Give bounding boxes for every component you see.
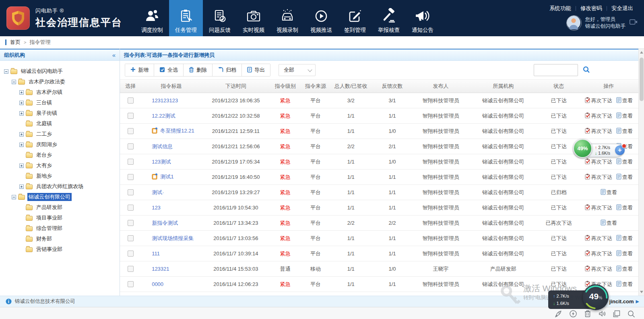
view-button[interactable]: 查看 <box>616 281 633 288</box>
redispatch-button[interactable]: 再次下达 <box>585 158 612 166</box>
tree-expander-icon[interactable] <box>19 143 24 147</box>
command-title-link[interactable]: 测试1 <box>160 174 173 180</box>
memory-ball[interactable]: 49% <box>573 139 592 158</box>
command-title-link[interactable]: 新指令测试 <box>152 220 178 226</box>
tree-item[interactable]: 庆阳湖乡 <box>2 139 118 150</box>
tree-expander-icon[interactable] <box>12 80 16 84</box>
tree-item[interactable]: 锦诚云创闪电助手 <box>2 66 118 77</box>
toolbar-button-archive[interactable]: 归档 <box>213 64 242 76</box>
redispatch-button[interactable]: 再次下达 <box>585 112 612 120</box>
tree-item[interactable]: 吉木萨尔镇 <box>2 87 118 97</box>
row-checkbox[interactable] <box>128 189 134 195</box>
view-button[interactable]: 查看 <box>601 220 617 227</box>
command-title-link[interactable]: 123123123 <box>152 97 178 104</box>
nav-item-task-management[interactable]: 任务管理 <box>169 0 203 36</box>
tree-item[interactable]: 大有乡 <box>2 160 118 171</box>
command-title-link[interactable]: 测试现场情报采集 <box>152 235 194 241</box>
redispatch-button[interactable]: 再次下达 <box>585 265 612 273</box>
tree-expander-icon[interactable] <box>19 184 24 189</box>
row-checkbox[interactable] <box>128 143 134 149</box>
row-checkbox[interactable] <box>128 251 134 257</box>
sidebar-collapse-icon[interactable]: « <box>112 52 116 58</box>
tree-expander-icon[interactable] <box>12 195 16 199</box>
command-title-link[interactable]: 123321 <box>152 266 169 272</box>
row-checkbox[interactable] <box>128 205 134 211</box>
view-button[interactable]: 查看 <box>616 158 633 166</box>
tree-item[interactable]: 老台乡 <box>2 150 118 160</box>
redispatch-button[interactable]: 再次下达 <box>585 97 612 104</box>
nav-item-checkin-management[interactable]: 签到管理 <box>338 0 372 36</box>
tree-item[interactable]: 营销事业部 <box>2 244 118 255</box>
row-checkbox[interactable] <box>128 266 134 272</box>
tree-expander-icon[interactable] <box>19 132 24 137</box>
tree-item[interactable]: 二工乡 <box>2 129 118 139</box>
command-title-link[interactable]: 测试· <box>152 189 164 195</box>
view-button[interactable]: 查看 <box>616 112 633 120</box>
search-icon[interactable] <box>624 310 638 318</box>
command-title-link[interactable]: 测试信息 <box>152 143 173 149</box>
top-link-0[interactable]: 系统功能 <box>545 5 576 12</box>
toolbar-button-select-all[interactable]: 全选 <box>154 64 184 76</box>
view-button[interactable]: 查看 <box>616 97 633 104</box>
view-button[interactable]: 查看 <box>616 204 633 211</box>
tree-expander-icon[interactable] <box>19 111 24 116</box>
top-link-2[interactable]: 安全退出 <box>607 5 638 12</box>
search-button[interactable] <box>583 66 590 75</box>
redispatch-button[interactable]: 再次下达 <box>585 128 612 135</box>
toolbar-button-delete[interactable]: 删除 <box>184 64 213 76</box>
toolbar-button-export[interactable]: 导出 <box>242 64 270 76</box>
row-checkbox[interactable] <box>128 235 134 241</box>
row-checkbox[interactable] <box>128 159 134 165</box>
search-input[interactable] <box>534 64 578 76</box>
tree-item[interactable]: 锦诚云创有限公司 <box>2 192 118 202</box>
scrollbar-thumb[interactable] <box>640 58 644 101</box>
accelerator-icon[interactable] <box>566 310 580 318</box>
nav-item-notice[interactable]: 通知公告 <box>406 0 440 36</box>
row-checkbox[interactable] <box>128 113 134 119</box>
user-info[interactable]: 您好，管理员 锦诚云创闪电助手 <box>566 15 638 31</box>
speaker-icon[interactable] <box>595 310 609 318</box>
vertical-scrollbar[interactable] <box>638 49 644 296</box>
tree-item[interactable]: 兵团农六师红旗农场 <box>2 181 118 192</box>
taskbar-percent-ball[interactable]: 49 % <box>583 284 609 310</box>
nav-item-video-record[interactable]: 视频录制 <box>270 0 304 36</box>
view-button[interactable]: 查看 <box>616 174 633 181</box>
redispatch-button[interactable]: 再次下达 <box>585 204 612 211</box>
tree-expander-icon[interactable] <box>19 101 24 105</box>
view-button[interactable]: 查看 <box>616 128 633 135</box>
tree-item[interactable]: 综合管理部 <box>2 223 118 234</box>
command-title-link[interactable]: 12.22测试 <box>152 113 175 119</box>
nav-item-video-push[interactable]: 视频推送 <box>304 0 338 36</box>
nav-item-report-check[interactable]: 举报核查 <box>372 0 406 36</box>
window-icon[interactable] <box>609 310 624 317</box>
row-checkbox[interactable] <box>128 174 134 180</box>
scrollbar-down-arrow-icon[interactable] <box>640 291 643 293</box>
tree-item[interactable]: 新地乡 <box>2 171 118 181</box>
tree-expander-icon[interactable] <box>4 69 8 74</box>
redispatch-button[interactable]: 再次下达 <box>585 250 612 257</box>
row-checkbox[interactable] <box>128 220 134 226</box>
toolbar-button-plus[interactable]: 新增 <box>125 64 154 76</box>
view-button[interactable]: 查看 <box>616 250 633 257</box>
tree-item[interactable]: 北庭镇 <box>2 118 118 129</box>
row-checkbox[interactable] <box>128 97 134 104</box>
trash-icon[interactable] <box>580 310 595 318</box>
command-title-link[interactable]: 冬至情报12.21 <box>160 128 194 134</box>
breadcrumb-home[interactable]: 首页 <box>10 39 21 46</box>
scrollbar-up-arrow-icon[interactable] <box>640 51 643 54</box>
tree-item[interactable]: 泉子街镇 <box>2 108 118 118</box>
tree-expander-icon[interactable] <box>19 90 24 95</box>
top-link-1[interactable]: 修改密码 <box>576 5 607 12</box>
tree-item[interactable]: 吉木萨尔政法委 <box>2 77 118 87</box>
nav-item-problem-feedback[interactable]: 问题反馈 <box>203 0 237 36</box>
row-checkbox[interactable] <box>128 281 134 287</box>
view-button[interactable]: 查看 <box>601 189 617 196</box>
nav-item-dispatch-control[interactable]: 调度控制 <box>135 0 169 36</box>
tree-item[interactable]: 财务部 <box>2 234 118 244</box>
rocket-icon[interactable] <box>551 310 566 318</box>
row-checkbox[interactable] <box>128 128 134 134</box>
command-title-link[interactable]: 0000 <box>152 281 163 287</box>
view-button[interactable]: 查看 <box>616 235 633 242</box>
tree-item[interactable]: 项目事业部 <box>2 213 118 223</box>
command-title-link[interactable]: 111 <box>152 251 160 257</box>
